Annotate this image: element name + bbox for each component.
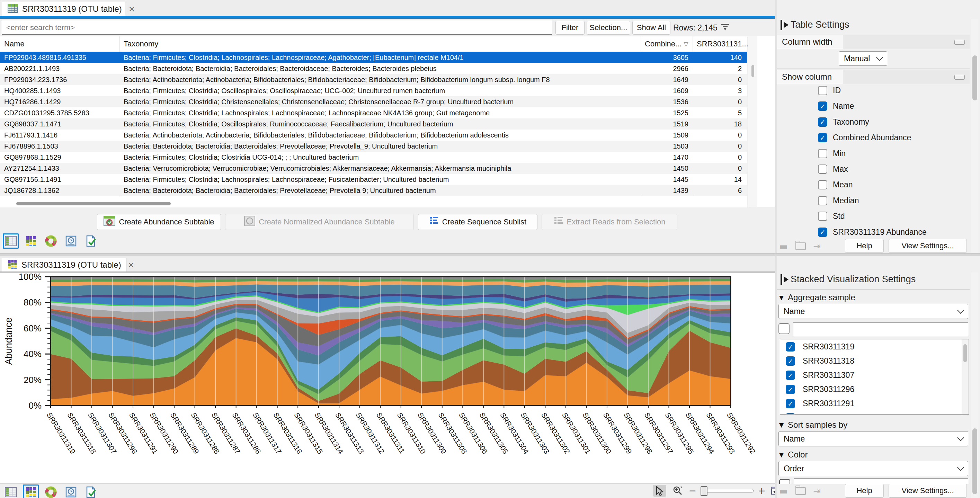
checkbox[interactable] [786, 413, 795, 415]
sort-samples-by-select[interactable]: Name [778, 431, 968, 446]
show-all-button[interactable]: Show All [632, 21, 670, 35]
checkbox[interactable] [818, 164, 827, 174]
table-row[interactable]: AY271254.1.1433Bacteria; Verrucomicrobio… [0, 163, 747, 174]
checkbox[interactable] [786, 399, 795, 408]
show-column-option-taxonomy[interactable]: Taxonomy [818, 118, 869, 127]
element-info-view-icon[interactable] [83, 234, 99, 249]
history-view-icon[interactable] [63, 484, 79, 498]
checkbox[interactable] [786, 342, 795, 352]
zoom-slider[interactable] [701, 489, 754, 492]
create-abundance-subtable-button[interactable]: Create Abundance Subtable [97, 214, 221, 230]
stacked-bar-view-icon[interactable] [23, 484, 39, 498]
search-input[interactable] [2, 21, 552, 35]
checkbox[interactable] [818, 102, 827, 111]
show-column-option-id[interactable]: ID [818, 86, 841, 95]
aggregate-sample-header[interactable]: ▼ Aggregate sample [779, 293, 855, 302]
show-column-option-max[interactable]: Max [818, 164, 848, 174]
sample-list-item[interactable]: SRR30311319 [786, 342, 854, 352]
table-row[interactable]: FP929043.489815.491335Bacteria; Firmicut… [0, 52, 747, 63]
table-row[interactable]: JQ186728.1.1362Bacteria; Bacteroidota; B… [0, 185, 747, 196]
sample-list-item[interactable]: SRR30311291 [786, 399, 854, 408]
minimize-settings-icon[interactable]: ▬ [779, 242, 788, 251]
checkbox[interactable] [786, 385, 795, 394]
show-column-option-name[interactable]: Name [818, 102, 854, 111]
table-view-icon[interactable] [3, 234, 19, 249]
zoom-out-icon[interactable]: − [689, 485, 696, 496]
panel-collapse-icon[interactable] [781, 274, 786, 285]
sample-list-scrollbar-thumb[interactable] [963, 344, 967, 362]
pointer-tool-icon[interactable] [653, 485, 666, 496]
aggregate-sample-select[interactable]: Name [778, 304, 968, 319]
stacked-bar-view-icon[interactable] [23, 234, 39, 249]
show-column-option-std[interactable]: Std [818, 212, 845, 221]
dock-settings-icon[interactable] [795, 487, 806, 495]
sunburst-view-icon[interactable] [43, 484, 59, 498]
minimize-settings-icon[interactable]: ▬ [779, 487, 788, 496]
sunburst-view-icon[interactable] [43, 234, 59, 249]
element-info-view-icon[interactable] [83, 484, 99, 498]
close-icon[interactable]: × [129, 4, 135, 14]
history-view-icon[interactable] [63, 234, 79, 249]
help-button[interactable]: Help [845, 239, 884, 253]
tab-otu-table[interactable]: SRR30311319 (OTU table) × [2, 2, 125, 16]
column-header-combined[interactable]: Combine... ▽ [645, 37, 689, 52]
table-scrollbar-thumb[interactable] [751, 65, 754, 77]
sample-filter-input[interactable] [793, 322, 968, 336]
filter-button[interactable]: Filter [555, 21, 584, 35]
table-row[interactable]: GQ898337.1.1471Bacteria; Firmicutes; Clo… [0, 118, 747, 129]
checkbox[interactable] [818, 133, 827, 142]
close-icon[interactable]: × [128, 260, 134, 270]
show-column-option-combined-abundance[interactable]: Combined Abundance [818, 133, 911, 142]
sample-list-item[interactable]: SRR30311290 [786, 413, 854, 415]
create-normalized-abundance-subtable-button[interactable]: Create Normalized Abundance Subtable [225, 214, 414, 230]
table-row[interactable]: HQ716286.1.1429Bacteria; Firmicutes; Clo… [0, 96, 747, 107]
checkbox[interactable] [818, 118, 827, 127]
table-row[interactable]: FJ611793.1.1416Bacteria; Actinobacteriot… [0, 129, 747, 141]
show-column-option-median[interactable]: Median [818, 196, 859, 205]
horizontal-scrollbar[interactable] [16, 202, 171, 205]
filter-funnel-icon[interactable] [720, 22, 730, 33]
dock-settings-icon[interactable] [795, 242, 806, 250]
checkbox[interactable] [818, 86, 827, 95]
checkbox[interactable] [818, 180, 827, 189]
checkbox[interactable] [786, 356, 795, 366]
panel-collapse-icon[interactable] [781, 20, 786, 30]
settings-scrollbar[interactable] [971, 272, 978, 498]
collapse-section-icon[interactable] [955, 75, 965, 80]
table-row[interactable]: AB200221.1.1493Bacteria; Bacteroidota; B… [0, 63, 747, 74]
sample-list-item[interactable]: SRR30311296 [786, 385, 854, 394]
checkbox[interactable] [818, 212, 827, 221]
column-header-srr[interactable]: SRR3031131... [697, 37, 748, 52]
create-sequence-sublist-button[interactable]: Create Sequence Sublist [418, 214, 538, 230]
show-column-option-srr30311319-abundance[interactable]: SRR30311319 Abundance [818, 228, 927, 237]
table-row[interactable]: FJ678896.1.1503Bacteria; Bacteroidota; B… [0, 141, 747, 152]
checkbox[interactable] [786, 371, 795, 380]
zoom-in-icon[interactable]: + [758, 485, 765, 496]
table-row[interactable]: GQ897156.1.1491Bacteria; Firmicutes; Clo… [0, 174, 747, 185]
table-row[interactable]: CDZG01031295.3785.5283Bacteria; Firmicut… [0, 107, 747, 118]
view-settings-button[interactable]: View Settings... [889, 239, 967, 253]
settings-scrollbar[interactable] [971, 19, 978, 253]
zoom-tool-icon[interactable] [671, 485, 684, 496]
show-column-option-min[interactable]: Min [818, 149, 846, 158]
sample-list-item[interactable]: SRR30311307 [786, 371, 854, 380]
table-row[interactable]: GQ897868.1.1529Bacteria; Firmicutes; Clo… [0, 152, 747, 163]
table-view-icon[interactable] [3, 484, 19, 498]
show-column-option-mean[interactable]: Mean [818, 180, 853, 189]
table-row[interactable]: FP929034.223.1736Bacteria; Actinobacteri… [0, 74, 747, 85]
selection-button[interactable]: Selection... [587, 21, 630, 35]
tab-stacked-visualization[interactable]: SRR30311319 (OTU table) × [2, 258, 126, 272]
checkbox[interactable] [818, 196, 827, 205]
select-all-samples-checkbox[interactable] [778, 323, 789, 334]
expand-settings-icon[interactable]: ⇥ [813, 487, 821, 496]
view-settings-button[interactable]: View Settings... [889, 484, 967, 498]
expand-settings-icon[interactable]: ⇥ [813, 242, 821, 251]
sample-list-item[interactable]: SRR30311318 [786, 356, 854, 366]
color-select[interactable]: Order [778, 461, 968, 476]
help-button[interactable]: Help [845, 484, 884, 498]
zoom-slider-thumb[interactable] [700, 486, 708, 496]
sort-samples-by-header[interactable]: ▼ Sort samples by [779, 420, 847, 430]
checkbox[interactable] [818, 228, 827, 237]
sample-list-scrollbar[interactable] [962, 339, 968, 414]
table-row[interactable]: HQ400285.1.1493Bacteria; Firmicutes; Clo… [0, 85, 747, 96]
